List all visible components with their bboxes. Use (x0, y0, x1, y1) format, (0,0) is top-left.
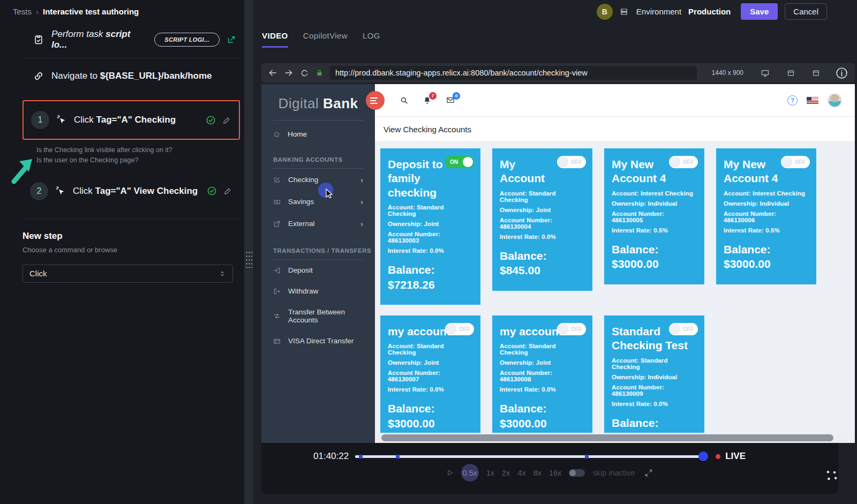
account-card[interactable]: OFF Standard Checking Test Account: Stan… (604, 315, 704, 443)
assertion-line: Is the Checking link visible after click… (36, 145, 244, 155)
new-step-subtitle: Choose a command or browse (22, 246, 244, 254)
script-logic-button[interactable]: SCRIPT LOGI... (154, 33, 220, 47)
viewer-tab[interactable]: VIDEO (262, 31, 288, 48)
account-card[interactable]: OFF My Account Account: Standard Checkin… (492, 148, 592, 291)
account-type: Account: Standard Checking (388, 343, 473, 356)
step-action: Click (74, 115, 96, 125)
bank-logo: Digital Bank (261, 95, 375, 112)
account-type: Account: Interest Checking (724, 190, 809, 197)
command-select[interactable]: Click (22, 265, 233, 283)
environment-label: Environment (636, 7, 681, 16)
breadcrumb: Tests › Interactive test authoring (0, 0, 244, 16)
chevron-up-down-icon (219, 269, 226, 278)
url-bar[interactable]: http://prod.dbank.staging-apps.relicx.ai… (330, 66, 697, 80)
sidebar-item-withdraw[interactable]: Withdraw (261, 281, 375, 302)
account-toggle[interactable]: OFF (669, 156, 698, 168)
sidebar-item-transfer[interactable]: Transfer Between Accounts (261, 302, 375, 330)
drag-handle-icon[interactable] (245, 251, 252, 268)
account-toggle[interactable]: OFF (557, 323, 586, 335)
fullscreen-icon[interactable] (644, 469, 653, 477)
account-type: Account: Standard Checking (500, 190, 585, 203)
help-icon[interactable]: ? (787, 95, 798, 106)
step-1-click-checking[interactable]: 1 Click Tag="A" Checking (22, 100, 240, 140)
bank-user-avatar[interactable] (828, 93, 842, 108)
speed-options: 0.5x1x2x4x8x16x (461, 468, 562, 477)
viewer-tab[interactable]: LOG (363, 31, 380, 48)
speed-option[interactable]: 0.5x (461, 464, 479, 482)
play-icon[interactable] (447, 469, 454, 477)
account-toggle[interactable]: OFF (781, 156, 810, 168)
account-interest-rate: Interest Rate: 0.5% (612, 227, 697, 234)
scrollbar-thumb[interactable] (381, 434, 833, 441)
language-flag-icon[interactable] (807, 97, 818, 104)
viewer-tab[interactable]: CopilotView (303, 31, 348, 48)
environment-value[interactable]: Production (688, 7, 731, 16)
account-card[interactable]: OFF my account Account: Standard Checkin… (380, 315, 480, 443)
sidebar-item-home[interactable]: Home (261, 121, 375, 144)
home-icon (273, 131, 280, 138)
hamburger-menu-icon[interactable] (366, 91, 385, 110)
browser-chrome: http://prod.dbank.staging-apps.relicx.ai… (261, 63, 855, 82)
cash-icon (273, 198, 281, 206)
account-toggle[interactable]: ON (445, 156, 474, 168)
account-card[interactable]: OFF My New Account 4 Account: Interest C… (716, 148, 816, 284)
horizontal-scrollbar[interactable] (375, 433, 855, 443)
monitor-icon[interactable] (761, 69, 770, 78)
skip-inactive-toggle[interactable] (569, 469, 585, 477)
account-toggle[interactable]: OFF (445, 323, 474, 335)
event-marker[interactable] (359, 455, 363, 458)
seekbar-track[interactable] (355, 455, 706, 458)
refresh-icon[interactable] (300, 69, 309, 78)
sidebar-item-external[interactable]: External › (261, 213, 375, 235)
event-marker[interactable] (585, 455, 589, 458)
playback-controls: 0.5x1x2x4x8x16x skip inactive (261, 468, 838, 477)
back-icon[interactable] (268, 68, 277, 78)
edit-step-icon[interactable] (223, 186, 232, 195)
speed-option[interactable]: 16x (549, 469, 561, 477)
info-icon[interactable] (835, 66, 848, 80)
seekbar-knob[interactable] (698, 452, 708, 461)
step-navigate[interactable]: Navigate to ${BASE_URL}/bank/home (0, 61, 244, 92)
step-perform-task[interactable]: Perform task script lo... SCRIPT LOGI... (0, 24, 244, 56)
account-balance: Balance: $3000.00 (724, 242, 809, 272)
speed-option[interactable]: 8x (533, 469, 542, 477)
window-icon[interactable] (787, 69, 795, 77)
speed-option[interactable]: 2x (502, 469, 510, 477)
account-balance: Balance: $7218.26 (388, 262, 473, 292)
balance-value: $845.00 (500, 263, 585, 277)
account-card[interactable]: ON Deposit to family checking Account: S… (380, 148, 480, 305)
account-toggle[interactable]: OFF (669, 323, 698, 335)
search-icon[interactable] (400, 96, 409, 105)
video-timestamp: 01:40:22 (313, 451, 349, 462)
forward-icon[interactable] (284, 68, 294, 78)
lock-icon (315, 69, 324, 77)
save-button[interactable]: Save (741, 3, 778, 20)
edit-step-icon[interactable] (222, 116, 231, 125)
messages-envelope-icon[interactable]: 0 (446, 96, 455, 104)
toggle-knob (782, 157, 792, 167)
video-seekbar[interactable] (355, 452, 706, 461)
account-card[interactable]: OFF my account Account: Standard Checkin… (492, 315, 592, 443)
account-toggle[interactable]: OFF (557, 156, 586, 168)
sidebar-item-deposit[interactable]: Deposit (261, 260, 375, 281)
edit-script-icon[interactable] (227, 35, 236, 44)
sidebar-item-visa-transfer[interactable]: VISA Direct Transfer (261, 330, 375, 351)
event-marker[interactable] (396, 455, 400, 458)
step-2-click-view-checking[interactable]: 2 Click Tag="A" View Checking (22, 175, 240, 208)
live-label[interactable]: LIVE (725, 451, 746, 462)
user-avatar[interactable]: B (597, 4, 613, 20)
speed-option[interactable]: 1x (486, 469, 494, 477)
speed-option[interactable]: 4x (517, 469, 525, 477)
account-ownership: Ownership: Joint (388, 221, 473, 227)
sidebar-item-savings[interactable]: Savings › (261, 191, 375, 213)
account-interest-rate: Interest Rate: 0.0% (388, 247, 473, 254)
window-toolbar-icon[interactable] (812, 69, 820, 77)
notifications-bell-icon[interactable]: 7 (423, 96, 432, 105)
account-card[interactable]: OFF My New Account 4 Account: Interest C… (604, 148, 704, 284)
chevron-right-icon: › (360, 175, 363, 184)
breadcrumb-tests-link[interactable]: Tests (13, 7, 32, 16)
notifications-badge: 7 (429, 92, 437, 100)
panel-resize-gutter[interactable] (244, 0, 253, 504)
cancel-button[interactable]: Cancel (785, 3, 827, 20)
clipboard-check-icon (33, 34, 44, 45)
